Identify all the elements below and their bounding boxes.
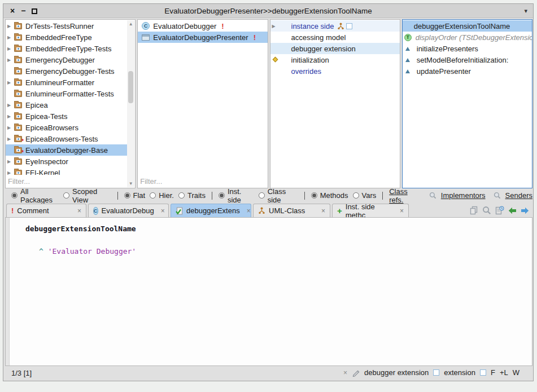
method-label: debuggerExtensionToolName [414,22,510,30]
protocol-label: accessing model [291,33,346,42]
tab-inst-side-methods[interactable]: +Inst. side methc× [332,204,409,217]
expand-icon[interactable]: ▶ [270,24,279,29]
package-row[interactable]: ▶EmbeddedFreeType [6,32,127,43]
tab-comment[interactable]: !Comment× [6,204,86,217]
expand-icon[interactable]: ▶ [6,35,14,40]
method-selector-line[interactable]: debuggerExtensionToolName [10,223,530,235]
expand-icon[interactable]: ▶ [6,80,14,85]
extension-checkbox[interactable] [480,369,486,376]
tab-close-icon[interactable]: × [77,207,81,215]
toolbar-separator [382,192,383,200]
classes-filter-input[interactable] [140,176,265,187]
expand-icon[interactable]: ▶ [6,58,14,63]
tab-close-icon[interactable]: × [400,207,404,215]
status-close-icon[interactable]: × [343,369,347,377]
vars-radio[interactable]: Vars [353,191,377,200]
package-row[interactable]: ▶Epicea [6,99,127,111]
forward-arrow-icon[interactable] [521,207,529,214]
flat-radio[interactable]: Flat [124,191,146,200]
traits-radio[interactable]: Traits [178,191,206,200]
back-arrow-icon[interactable] [508,207,517,214]
scroll-up-icon[interactable]: ▲ [127,21,134,27]
history-page-icon[interactable] [495,206,504,215]
package-icon-dirty: * [14,147,25,153]
code-editor[interactable]: debuggerExtensionToolName ^ 'Evaluator D… [5,217,532,366]
package-icon [14,80,25,86]
tab-close-icon[interactable]: × [247,207,251,215]
line-flag[interactable]: +L [500,368,508,377]
package-label: EnlumineurFormatter [25,78,94,87]
tab-close-icon[interactable]: × [321,207,325,215]
expand-icon[interactable]: ▶ [6,46,14,51]
inst-side-radio[interactable]: Inst. side [219,187,254,204]
package-row[interactable]: ▶EnlumineurFormatter [6,77,127,88]
method-row-selected[interactable]: debuggerExtensionToolName [403,20,532,32]
protocol-row[interactable]: accessing model [270,32,400,43]
method-row[interactable]: updatePresenter [403,65,532,77]
search-icon[interactable] [482,206,491,215]
packages-filter-input[interactable] [8,176,126,187]
scoped-view-radio[interactable]: Scoped View [63,187,111,204]
cursor-position: 1/3 [1] [11,369,32,377]
packages-scrollbar[interactable]: ▲ ▼ [127,20,134,187]
toolbar-separator [304,192,305,200]
window-menu-icon[interactable]: ▾ [524,4,527,18]
package-row[interactable]: ▶EpiceaBrowsers [6,122,127,133]
tab-close-icon[interactable]: × [161,207,165,215]
method-label: initializePresenters [417,45,478,53]
tab-method-selected[interactable]: debuggerExtens× [171,204,251,217]
expand-icon[interactable]: ▶ [6,170,14,175]
expand-icon[interactable]: ▶ [6,159,14,164]
class-refs-link[interactable]: Class refs. [389,187,421,204]
methods-radio[interactable]: Methods [311,191,348,200]
protocol-row[interactable]: initialization [270,54,400,65]
expand-icon[interactable]: ▶ [6,125,14,130]
protocol-row-selected[interactable]: debugger extension [270,43,400,54]
scrollbar-thumb[interactable] [128,71,133,103]
package-row[interactable]: ▶DrTests-TestsRunner [6,20,127,32]
package-row[interactable]: ▶EmergencyDebugger [6,54,127,65]
expand-icon[interactable]: ▶ [6,114,14,119]
package-label: EpiceaBrowsers-Tests [25,135,98,143]
protocol-row[interactable]: ▶instance side [270,20,400,32]
title-bar: × − EvaluatorDebuggerPresenter>>debugger… [3,4,533,18]
hier-radio[interactable]: Hier. [150,191,174,200]
format-flag[interactable]: F [491,368,495,377]
exclamation-icon: ! [11,206,14,215]
scroll-down-icon[interactable]: ▼ [127,181,134,186]
extension-checkbox[interactable] [346,23,352,29]
protocol-checkbox[interactable] [433,369,439,376]
expand-icon[interactable]: ▶ [6,24,14,29]
editor-gutter [6,218,10,365]
expand-icon[interactable]: ▶ [6,103,14,108]
status-protocol-label: debugger extension [364,368,429,377]
class-side-radio[interactable]: Class side [259,187,298,204]
package-row[interactable]: ▶Epicea-Tests [6,111,127,122]
method-row[interactable]: initializePresenters [403,43,532,54]
package-row[interactable]: EnlumineurFormatter-Tests [6,88,127,99]
package-label: EmergencyDebugger-Tests [25,67,115,76]
tab-class[interactable]: CEvaluatorDebug× [88,204,169,217]
package-row-selected[interactable]: *EvaluatorDebugger-Base [6,144,127,156]
package-row[interactable]: ▶EmbeddedFreeType-Tests [6,43,127,54]
package-row[interactable]: ▶FFI-Kernel [6,167,127,175]
protocol-row[interactable]: overrides [270,65,400,77]
class-row[interactable]: CEvaluatorDebugger! [138,20,267,32]
implementors-link[interactable]: Implementors [441,191,486,200]
package-icon [14,125,25,131]
class-label: EvaluatorDebugger [153,22,216,30]
wrap-flag[interactable]: W [513,368,519,377]
class-row-selected[interactable]: EvaluatorDebuggerPresenter! [138,32,267,43]
all-packages-radio[interactable]: All Packages [11,187,59,204]
package-row[interactable]: ▶EyeInspector [6,156,127,167]
window-title: EvaluatorDebuggerPresenter>>debuggerExte… [3,4,533,18]
method-row[interactable]: setModelBeforeInitialization: [403,54,532,65]
senders-link[interactable]: Senders [505,191,532,200]
method-return-line[interactable]: ^ 'Evaluator Debugger' [10,246,530,257]
method-row[interactable]: TdisplayOrder (TStDebuggerExtension) [403,32,532,43]
package-row[interactable]: ▶*EpiceaBrowsers-Tests [6,133,127,144]
package-row[interactable]: EmergencyDebugger-Tests [6,65,127,77]
copy-page-icon[interactable] [470,206,478,215]
tab-uml-class[interactable]: UML-Class× [253,204,330,217]
expand-icon[interactable]: ▶ [6,136,14,142]
